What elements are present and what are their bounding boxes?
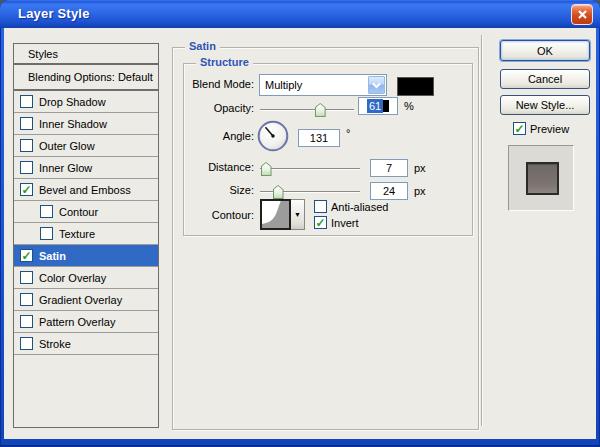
size-slider-thumb[interactable]	[273, 185, 284, 199]
contour-dropdown-button[interactable]: ▼	[291, 199, 305, 230]
checkbox-icon[interactable]: ✓	[314, 216, 327, 229]
sidebar-item-drop-shadow[interactable]: Drop Shadow	[14, 91, 158, 113]
structure-group-title: Structure	[196, 56, 253, 68]
sidebar-item-blending-options-default[interactable]: Blending Options: Default	[14, 65, 158, 91]
sidebar-item-texture[interactable]: Texture	[14, 223, 158, 245]
sidebar-item-pattern-overlay[interactable]: Pattern Overlay	[14, 311, 158, 333]
checkbox-icon[interactable]	[20, 337, 33, 350]
close-button[interactable]	[571, 4, 593, 25]
size-value: 24	[383, 185, 395, 197]
style-preview-swatch	[526, 162, 559, 195]
contour-picker[interactable]	[260, 199, 291, 230]
panel-divider	[481, 35, 482, 426]
size-label: Size:	[184, 184, 254, 196]
angle-value: 131	[310, 132, 328, 144]
distance-label: Distance:	[184, 161, 254, 173]
distance-unit: px	[414, 162, 426, 174]
checkbox-icon[interactable]	[20, 117, 33, 130]
checkbox-icon[interactable]	[20, 161, 33, 174]
sidebar-item-label: Texture	[59, 228, 95, 240]
sidebar-item-label: Inner Shadow	[39, 118, 107, 130]
size-slider[interactable]	[260, 184, 360, 200]
angle-input[interactable]: 131	[298, 129, 340, 147]
distance-value: 7	[386, 162, 392, 174]
sidebar-item-styles[interactable]: Styles	[14, 44, 158, 65]
opacity-input[interactable]: 61	[358, 97, 398, 115]
sidebar-item-label: Drop Shadow	[39, 96, 106, 108]
dropdown-arrow-icon: ▼	[294, 211, 301, 218]
sidebar-item-label: Contour	[59, 206, 98, 218]
opacity-unit: %	[404, 100, 414, 112]
contour-curve-icon	[262, 201, 289, 228]
distance-slider-track[interactable]	[260, 168, 360, 169]
satin-section: Satin Structure Blend Mode: Multiply Opa…	[172, 47, 479, 430]
sidebar-item-label: Blending Options: Default	[28, 71, 153, 83]
opacity-value: 61	[367, 99, 383, 113]
size-input[interactable]: 24	[370, 182, 408, 200]
new-style-button-label: New Style...	[516, 99, 575, 111]
preview-checkbox[interactable]: ✓ Preview	[513, 122, 569, 135]
new-style-button[interactable]: New Style...	[500, 95, 590, 115]
cancel-button[interactable]: Cancel	[500, 69, 590, 89]
sidebar-item-label: Outer Glow	[39, 140, 95, 152]
sidebar-item-inner-shadow[interactable]: Inner Shadow	[14, 113, 158, 135]
sidebar-item-label: Inner Glow	[39, 162, 92, 174]
sidebar-item-gradient-overlay[interactable]: Gradient Overlay	[14, 289, 158, 311]
checkbox-icon[interactable]	[40, 227, 53, 240]
checkbox-icon[interactable]: ✓	[513, 122, 526, 135]
ok-button[interactable]: OK	[500, 40, 590, 61]
distance-slider[interactable]	[260, 161, 360, 177]
structure-group: Structure Blend Mode: Multiply Opacity:	[183, 63, 473, 236]
blend-mode-label: Blend Mode:	[184, 78, 254, 90]
angle-label: Angle:	[184, 130, 254, 142]
distance-slider-thumb[interactable]	[261, 162, 272, 176]
styles-list: StylesBlending Options: DefaultDrop Shad…	[13, 43, 159, 428]
opacity-slider-thumb[interactable]	[315, 103, 326, 117]
opacity-slider[interactable]	[260, 102, 354, 118]
angle-unit: °	[346, 127, 350, 139]
sidebar-item-color-overlay[interactable]: Color Overlay	[14, 267, 158, 289]
title-bar[interactable]: Layer Style	[0, 0, 600, 28]
preview-label: Preview	[530, 123, 569, 135]
checkbox-icon[interactable]	[20, 271, 33, 284]
blend-mode-select[interactable]: Multiply	[259, 74, 387, 96]
sidebar-item-satin[interactable]: ✓Satin	[14, 245, 158, 267]
size-unit: px	[414, 185, 426, 197]
opacity-slider-track[interactable]	[260, 109, 354, 110]
cancel-button-label: Cancel	[528, 73, 562, 85]
satin-color-swatch[interactable]	[397, 77, 434, 96]
sidebar-item-stroke[interactable]: Stroke	[14, 333, 158, 355]
text-cursor	[383, 100, 389, 112]
sidebar-item-label: Pattern Overlay	[39, 316, 115, 328]
checkbox-icon[interactable]: ✓	[20, 249, 33, 262]
invert-checkbox[interactable]: ✓ Invert	[314, 216, 359, 229]
style-preview-thumbnail	[508, 145, 574, 211]
checkbox-icon[interactable]	[20, 315, 33, 328]
sidebar-item-label: Stroke	[39, 338, 71, 350]
ok-button-label: OK	[537, 45, 553, 57]
checkbox-icon[interactable]	[40, 205, 53, 218]
angle-dial[interactable]	[257, 120, 289, 152]
sidebar-item-label: Color Overlay	[39, 272, 106, 284]
checkbox-icon[interactable]	[20, 95, 33, 108]
checkbox-icon[interactable]	[20, 139, 33, 152]
sidebar-item-outer-glow[interactable]: Outer Glow	[14, 135, 158, 157]
anti-aliased-label: Anti-aliased	[331, 201, 388, 213]
close-icon	[577, 9, 588, 20]
sidebar-item-inner-glow[interactable]: Inner Glow	[14, 157, 158, 179]
sidebar-item-label: Bevel and Emboss	[39, 184, 131, 196]
layer-style-dialog: Layer Style StylesBlending Options: Defa…	[0, 0, 600, 447]
blend-mode-value: Multiply	[265, 79, 302, 91]
checkbox-icon[interactable]	[314, 200, 327, 213]
dialog-body: StylesBlending Options: DefaultDrop Shad…	[4, 28, 596, 439]
satin-section-title: Satin	[185, 40, 220, 52]
distance-input[interactable]: 7	[370, 159, 408, 177]
chevron-down-icon[interactable]	[368, 76, 385, 94]
sidebar-item-contour[interactable]: Contour	[14, 201, 158, 223]
anti-aliased-checkbox[interactable]: Anti-aliased	[314, 200, 388, 213]
checkbox-icon[interactable]: ✓	[20, 183, 33, 196]
sidebar-item-bevel-and-emboss[interactable]: ✓Bevel and Emboss	[14, 179, 158, 201]
contour-label: Contour:	[184, 209, 254, 221]
window-title: Layer Style	[18, 6, 90, 21]
checkbox-icon[interactable]	[20, 293, 33, 306]
